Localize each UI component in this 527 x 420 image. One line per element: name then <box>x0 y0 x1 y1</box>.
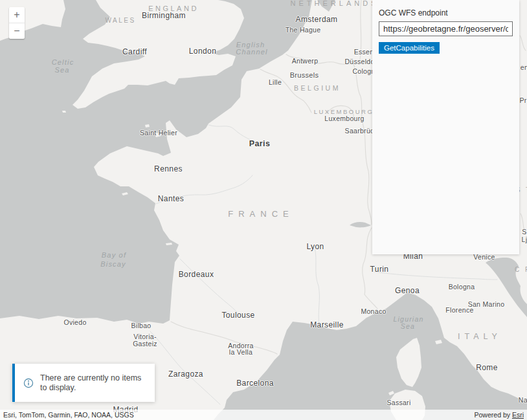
wfs-endpoint-panel: OGC WFS endpoint GetCapabilities <box>372 0 519 254</box>
attribution-bar: Esri, TomTom, Garmin, FAO, NOAA, USGS Po… <box>0 410 527 420</box>
endpoint-input[interactable] <box>379 21 513 36</box>
zoom-control: + − <box>9 7 25 39</box>
map-view[interactable]: ENGLANDWALESBirminghamNETHERLANDSAmsterd… <box>0 0 527 420</box>
zoom-out-button[interactable]: − <box>9 23 25 39</box>
info-icon <box>23 378 34 388</box>
no-items-notification: There are currently no items to display. <box>12 364 155 402</box>
powered-by: Powered by Esri <box>475 410 524 420</box>
get-capabilities-button[interactable]: GetCapabilities <box>379 42 440 54</box>
esri-link[interactable]: Esri <box>512 411 524 419</box>
endpoint-label: OGC WFS endpoint <box>379 8 513 17</box>
island-scilly <box>62 111 66 113</box>
notification-message: There are currently no items to display. <box>40 373 144 393</box>
zoom-in-button[interactable]: + <box>9 7 25 23</box>
attribution-sources: Esri, TomTom, Garmin, FAO, NOAA, USGS <box>3 410 134 420</box>
